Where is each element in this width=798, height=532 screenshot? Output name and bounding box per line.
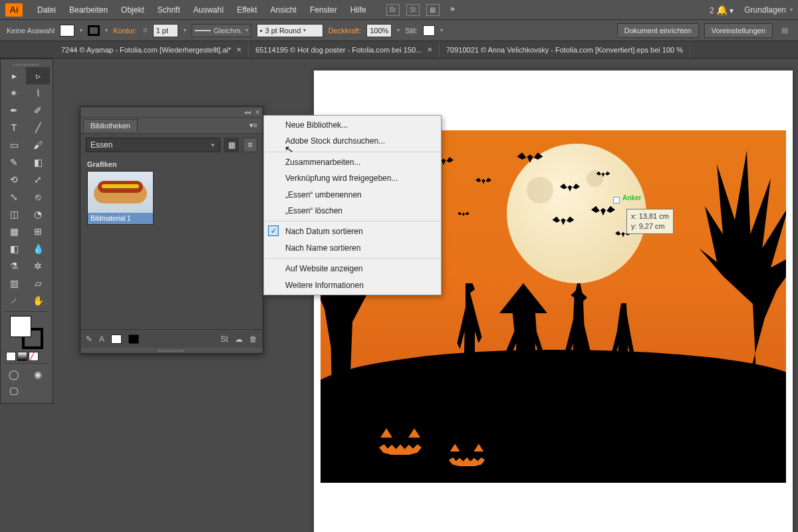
cloud-icon[interactable]: ☁: [235, 334, 243, 344]
hand-tool[interactable]: ✋: [26, 292, 50, 309]
bridge-icon[interactable]: Br: [386, 4, 400, 16]
eyedropper-tool[interactable]: 💧: [26, 240, 50, 257]
anchor-point[interactable]: [613, 197, 620, 203]
fill-swatch[interactable]: [60, 25, 74, 37]
rotate-tool[interactable]: ⟲: [2, 171, 26, 188]
library-select[interactable]: Essen▼: [86, 138, 220, 152]
brush-dropdown[interactable]: •3 pt Round▾: [257, 24, 323, 37]
paintbrush-tool[interactable]: 🖌: [26, 136, 50, 154]
add-fill-icon[interactable]: [111, 334, 122, 344]
menu-bearbeiten[interactable]: Bearbeiten: [63, 3, 114, 17]
pen-tool[interactable]: ✒: [2, 102, 26, 119]
grid-view-button[interactable]: ▦: [224, 138, 239, 152]
notification-bell[interactable]: 2 🔔 ▾: [710, 5, 733, 15]
menu-item[interactable]: „Essen“ löschen: [264, 203, 441, 219]
coordinates-tooltip: x: 13,81 cm y: 9,27 cm: [626, 209, 674, 234]
menu-hilfe[interactable]: Hilfe: [344, 3, 373, 17]
add-graphic-icon[interactable]: ✎: [86, 334, 92, 344]
arrange-docs-icon[interactable]: ▦: [426, 4, 440, 16]
magic-wand-tool[interactable]: ✴: [2, 84, 26, 102]
close-icon[interactable]: ×: [427, 45, 432, 55]
perspective-tool[interactable]: ▦: [2, 223, 26, 240]
opacity-label[interactable]: Deckkraft:: [329, 27, 362, 35]
opacity-input[interactable]: 100%: [366, 24, 392, 37]
artboard-tool[interactable]: ▱: [26, 275, 50, 292]
menu-item[interactable]: Zusammenarbeiten...: [264, 154, 441, 170]
menu-ansicht[interactable]: Ansicht: [264, 3, 303, 17]
menu-datei[interactable]: Datei: [31, 3, 63, 17]
draw-mode-normal[interactable]: ◯: [2, 366, 26, 383]
menu-schrift[interactable]: Schrift: [151, 3, 187, 17]
screen-mode[interactable]: 🖵: [2, 383, 26, 400]
overflow-icon[interactable]: ▤: [778, 26, 791, 35]
document-tab[interactable]: 7244 © Ayamap - Fotolia.com [Wiederherge…: [55, 41, 249, 58]
width-tool[interactable]: ⎋: [26, 188, 50, 205]
stock-link-icon[interactable]: St: [221, 334, 228, 344]
pencil-tool[interactable]: ✎: [2, 154, 26, 171]
color-mode[interactable]: [6, 352, 16, 361]
menu-effekt[interactable]: Effekt: [230, 3, 263, 17]
menu-item[interactable]: „Essen“ umbenennen: [264, 187, 441, 203]
panel-close-icon[interactable]: ✕: [255, 108, 260, 116]
slice-tool[interactable]: ⟋: [2, 292, 26, 309]
free-transform-tool[interactable]: ◫: [2, 205, 26, 223]
graph-tool[interactable]: ▥: [2, 275, 26, 292]
type-tool[interactable]: T: [2, 119, 26, 136]
lasso-tool[interactable]: ⌇: [26, 84, 50, 102]
selection-status: Keine Auswahl: [7, 27, 55, 35]
symbol-sprayer-tool[interactable]: ✲: [26, 257, 50, 275]
reflect-tool[interactable]: ⤢: [26, 171, 50, 188]
stock-icon[interactable]: St: [406, 4, 420, 16]
style-swatch[interactable]: [423, 25, 435, 36]
fill-stroke-control[interactable]: [10, 316, 43, 349]
workspace-switcher[interactable]: Grundlagen ▾: [744, 5, 793, 15]
menu-item[interactable]: Verknüpfung wird freigegeben...: [264, 170, 441, 186]
direct-selection-tool[interactable]: ▹: [26, 67, 50, 84]
library-section-header: Grafiken: [87, 160, 256, 168]
scale-tool[interactable]: ⤡: [2, 188, 26, 205]
document-setup-button[interactable]: Dokument einrichten: [617, 23, 699, 38]
gradient-tool[interactable]: ◧: [2, 240, 26, 257]
asset-label: Bildmaterial 1: [88, 213, 153, 224]
trash-icon[interactable]: 🗑: [249, 334, 257, 344]
list-view-button[interactable]: ≡: [243, 138, 257, 152]
stroke-weight-input[interactable]: 1 pt: [153, 24, 178, 37]
gpu-icon[interactable]: ⚑: [446, 4, 460, 16]
menu-item[interactable]: Nach Datum sortieren✓: [264, 223, 441, 239]
line-tool[interactable]: ╱: [26, 119, 50, 136]
menu-item[interactable]: Neue Bibliothek...: [264, 117, 441, 133]
menu-objekt[interactable]: Objekt: [114, 3, 151, 17]
curvature-tool[interactable]: ✐: [26, 102, 50, 119]
draw-mode-behind[interactable]: ◉: [26, 366, 50, 383]
mesh-tool[interactable]: ⊞: [26, 223, 50, 240]
dash-dropdown[interactable]: Gleichm.▾: [192, 24, 251, 37]
close-icon[interactable]: ×: [237, 45, 242, 55]
shape-builder-tool[interactable]: ◔: [26, 205, 50, 223]
menu-item[interactable]: Nach Name sortieren: [264, 240, 441, 256]
library-asset-thumbnail[interactable]: Bildmaterial 1: [87, 171, 154, 225]
menu-item[interactable]: Weitere Informationen: [264, 277, 441, 293]
panel-resize-grip[interactable]: [80, 348, 263, 353]
panel-collapse-icon[interactable]: ◂◂: [244, 108, 251, 116]
document-tab[interactable]: 70910021 © Anna Velichkovsky - Fotolia.c…: [440, 41, 690, 58]
menu-fenster[interactable]: Fenster: [303, 3, 344, 17]
bell-icon: 🔔: [716, 5, 728, 15]
panel-flyout-button[interactable]: ▾≡: [247, 120, 260, 131]
menu-item[interactable]: Adobe Stock durchsuchen...: [264, 133, 441, 149]
blend-tool[interactable]: ⚗: [2, 257, 26, 275]
stroke-label[interactable]: Kontur:: [113, 27, 136, 35]
document-tab[interactable]: 65114195 © Hot dog poster - Fotolia.com …: [249, 41, 440, 58]
stroke-swatch[interactable]: [88, 25, 100, 36]
none-mode[interactable]: ╱: [29, 352, 39, 361]
panel-grip[interactable]: [2, 62, 51, 67]
selection-tool[interactable]: ▸: [2, 67, 26, 84]
eraser-tool[interactable]: ◧: [26, 154, 50, 171]
gradient-mode[interactable]: [17, 352, 27, 361]
add-stroke-icon[interactable]: [128, 334, 139, 344]
menu-auswahl[interactable]: Auswahl: [187, 3, 230, 17]
libraries-tab[interactable]: Bibliotheken: [83, 119, 138, 132]
preferences-button[interactable]: Voreinstellungen: [704, 23, 773, 38]
menu-item[interactable]: Auf Website anzeigen: [264, 261, 441, 277]
add-text-icon[interactable]: A: [99, 334, 104, 344]
rectangle-tool[interactable]: ▭: [2, 136, 26, 154]
